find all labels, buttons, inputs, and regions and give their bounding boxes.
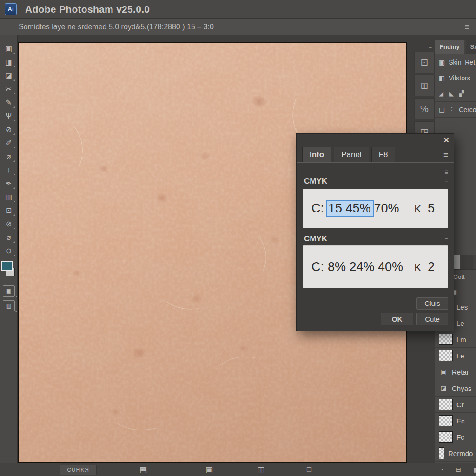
layer-row[interactable]: Cr bbox=[435, 397, 476, 413]
marquee-tool[interactable]: ▣ bbox=[1, 42, 16, 55]
shape-tool[interactable]: ⊙ bbox=[1, 244, 16, 258]
dialog-tabs: Info Panel F8 bbox=[302, 147, 395, 162]
k-label: K bbox=[414, 203, 421, 215]
channel-values: 70% bbox=[374, 201, 399, 216]
k-value: 2 bbox=[428, 260, 435, 274]
tab-sxod[interactable]: Sxod8 bbox=[466, 40, 476, 54]
ok-button[interactable]: OK bbox=[381, 313, 413, 325]
drag-handle-icon: ≡ bbox=[444, 236, 448, 240]
panel-item-vifstors[interactable]: ◧ Vifstors bbox=[435, 70, 476, 86]
crop-tool[interactable]: ◨ bbox=[1, 55, 16, 69]
mask-tool[interactable]: ▣ bbox=[3, 285, 15, 297]
color-swatches[interactable] bbox=[1, 260, 17, 280]
layer-thumbnail bbox=[439, 447, 444, 459]
right-panel-tabs: Fndiny Sxod8 bbox=[435, 40, 476, 54]
pen-icon: ✎ bbox=[6, 98, 12, 107]
panel-tool-icon-row[interactable]: ◢ ◣ ▞ bbox=[435, 86, 476, 102]
title-bar: Ai Adobe Photosham v25.0.0 bbox=[0, 0, 476, 19]
new-layer-icon[interactable]: ▮ bbox=[473, 466, 476, 473]
window-title: Adobe Photosham v25.0.0 bbox=[25, 4, 150, 15]
tool-palette: ▣ ◨ ◪ ✂ ✎ Ψ ⊘ ✐ ⌀ ↓ ✒ ▥ ⊡ ⊘ ⌀ ⊙ ▣ ▥ bbox=[0, 35, 18, 463]
cmyk-readout-2[interactable]: C: 8% 24% 40% K 2 bbox=[303, 245, 448, 288]
fork-tool[interactable]: Ψ bbox=[1, 109, 16, 123]
pencil-tool[interactable]: ✐ bbox=[1, 136, 16, 150]
layer-row[interactable]: Le bbox=[435, 348, 476, 364]
frame-icon: ⊡ bbox=[6, 206, 12, 215]
layer-label: Le bbox=[456, 352, 464, 360]
eraser-tool[interactable]: ⌀ bbox=[1, 150, 16, 163]
square-icon[interactable]: □ bbox=[307, 465, 311, 474]
drag-handle-icon: ≡ bbox=[444, 178, 448, 182]
cute-button[interactable]: Cute bbox=[416, 313, 448, 325]
tab-f8[interactable]: F8 bbox=[371, 147, 396, 162]
layer-row[interactable]: Rermdo bbox=[435, 445, 476, 462]
layer-thumbnail bbox=[439, 334, 453, 345]
cmyk-section-title: CMYK bbox=[304, 234, 327, 244]
arrange-documents-icon: ⊡ bbox=[421, 57, 429, 68]
channel-prefix: C: bbox=[311, 260, 324, 274]
cluis-button[interactable]: Cluis bbox=[416, 297, 448, 310]
file-icon: ▥ bbox=[5, 192, 12, 201]
ink-tool[interactable]: ✒ bbox=[1, 177, 16, 190]
options-bar: Somidtes laye ne srdemed 5.0 royd&5.(178… bbox=[0, 19, 476, 35]
healing-icon: ✂ bbox=[6, 85, 12, 93]
layer-row[interactable]: Fc bbox=[435, 429, 476, 445]
layers-stack-icon[interactable]: ▤ bbox=[139, 465, 147, 475]
status-label: CUHKЯ bbox=[60, 465, 97, 475]
marquee-icon: ▣ bbox=[5, 44, 12, 53]
tab-hidden[interactable] bbox=[462, 255, 473, 269]
layer-row[interactable]: ▣Retai bbox=[435, 364, 476, 380]
percent-button[interactable]: % bbox=[414, 98, 435, 119]
kebab-icon: ⋮ bbox=[449, 106, 455, 113]
info-dialog: × Info Panel F8 ≡ ≡≡ CMYK ≡ C: 15 45% 70… bbox=[296, 133, 454, 331]
layer-row[interactable]: Ec bbox=[435, 413, 476, 429]
arrow-down-icon: ↓ bbox=[7, 166, 11, 174]
photoshop-window: Ai Adobe Photosham v25.0.0 Somidtes laye… bbox=[0, 0, 476, 476]
burn-tool[interactable]: ⌀ bbox=[1, 231, 16, 244]
drag-handle-icon: ≡≡ bbox=[444, 167, 448, 175]
layer-row[interactable]: ◪Chyas bbox=[435, 380, 476, 397]
arrow-tool[interactable]: ↓ bbox=[1, 163, 16, 177]
frame-tool[interactable]: ⊡ bbox=[1, 204, 16, 217]
options-menu-icon[interactable]: ≡ bbox=[464, 22, 469, 32]
grid-layout-icon: ⊞ bbox=[421, 80, 429, 91]
dodge-tool[interactable]: ⊘ bbox=[1, 217, 16, 231]
collapse-icon[interactable]: − bbox=[414, 44, 435, 52]
lasso-tool[interactable]: ◪ bbox=[1, 69, 16, 82]
file-tool[interactable]: ▥ bbox=[1, 190, 16, 204]
layer-row[interactable]: Lm bbox=[435, 331, 476, 348]
delete-icon[interactable]: ⊟ bbox=[456, 466, 461, 473]
crop-icon: ◨ bbox=[5, 58, 12, 66]
arrange-documents-button[interactable]: ⊡ bbox=[414, 52, 435, 73]
panel-menu-icon[interactable]: ≡ bbox=[443, 151, 448, 160]
layer-label: Le bbox=[456, 319, 464, 327]
loop-icon: ⊘ bbox=[6, 125, 12, 134]
loop-tool[interactable]: ⊘ bbox=[1, 123, 16, 136]
list-icon: ▤ bbox=[439, 106, 445, 113]
panel-item-label: Vifstors bbox=[449, 74, 470, 82]
tab-panel[interactable]: Panel bbox=[334, 147, 369, 162]
pen-tool[interactable]: ✎ bbox=[1, 96, 16, 109]
ink-icon: ✒ bbox=[6, 179, 12, 188]
healing-tool[interactable]: ✂ bbox=[1, 82, 16, 96]
layer-label: Cr bbox=[456, 401, 464, 409]
selected-value[interactable]: 15 45% bbox=[326, 200, 374, 217]
tab-fndiny[interactable]: Fndiny bbox=[435, 40, 464, 54]
channel-prefix: C: bbox=[311, 201, 324, 216]
panel-item-skin-ret[interactable]: ▣ Skin_Ret bbox=[435, 54, 476, 70]
adjustment-icon[interactable]: ◔ bbox=[440, 466, 443, 473]
tab-info[interactable]: Info bbox=[302, 147, 331, 162]
pencil-icon: ✐ bbox=[6, 139, 12, 147]
book-icon[interactable]: ◫ bbox=[257, 465, 264, 475]
eraser-icon: ⌀ bbox=[7, 152, 11, 161]
cmyk-readout-1[interactable]: C: 15 45% 70% K 5 bbox=[303, 189, 448, 228]
layer-thumbnail bbox=[439, 431, 453, 443]
image-box-icon[interactable]: ▣ bbox=[205, 465, 213, 475]
pattern-tool[interactable]: ▥ bbox=[3, 300, 15, 311]
close-icon[interactable]: × bbox=[443, 135, 449, 145]
burn-icon: ⌀ bbox=[7, 233, 11, 242]
panel-item-cercoa[interactable]: ▤ ⋮ Cercoa bbox=[435, 102, 476, 118]
grid-layout-button[interactable]: ⊞ bbox=[414, 75, 435, 96]
mask-icon: ▣ bbox=[6, 288, 11, 294]
foreground-color-swatch[interactable] bbox=[1, 261, 13, 271]
